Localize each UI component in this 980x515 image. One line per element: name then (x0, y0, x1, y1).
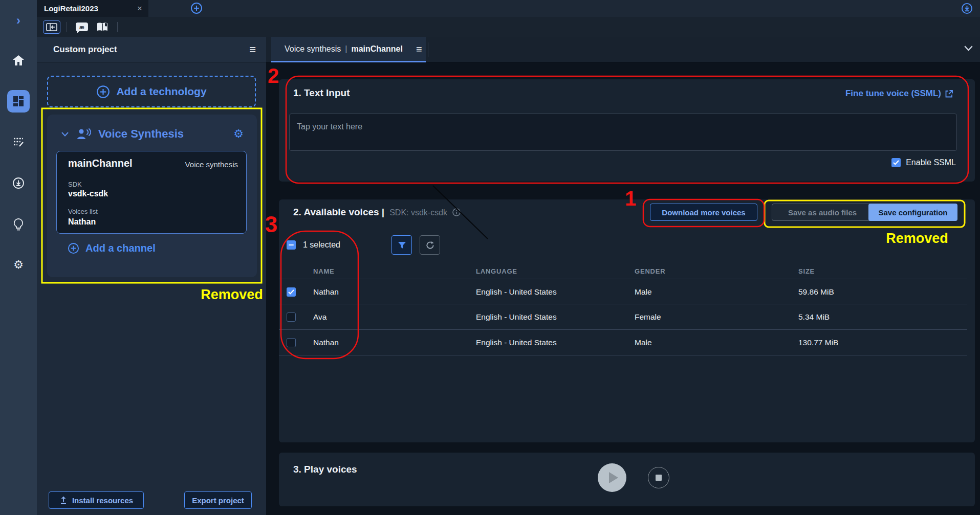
panel-toggle-icon[interactable] (43, 20, 60, 34)
left-icon-rail: › ⚙ (0, 0, 37, 515)
column-header-gender: GENDER (635, 267, 665, 275)
install-resources-button[interactable]: Install resources (49, 491, 144, 509)
enable-ssml-label: Enable SSML (906, 158, 956, 167)
channel-type: Voice synthesis (185, 160, 238, 169)
new-tab-plus-icon[interactable] (190, 2, 203, 14)
external-link-icon (945, 90, 953, 98)
cell-gender: Female (635, 312, 661, 322)
voice-synthesis-header[interactable]: Voice Synthesis ⚙ (47, 124, 257, 144)
lightbulb-icon[interactable] (0, 216, 37, 234)
tab-menu-icon[interactable]: ≡ (416, 44, 422, 54)
install-resources-label: Install resources (72, 496, 133, 505)
project-tab-title: LogiRetail2023 (44, 4, 98, 13)
window-tab-bar: LogiRetail2023 × (37, 0, 980, 17)
cell-language: English - United States (476, 287, 557, 297)
refresh-icon (426, 241, 434, 250)
save-as-audio-files-button[interactable]: Save as audio files (772, 204, 873, 221)
download-more-voices-button[interactable]: Download more voices (650, 204, 757, 221)
save-as-audio-files-label: Save as audio files (788, 208, 857, 217)
documentation-book-icon[interactable] (94, 20, 111, 34)
voices-table-rows: NathanEnglish - United StatesMale59.86 M… (279, 279, 967, 355)
row-checkbox[interactable] (287, 312, 296, 322)
voice-synthesis-tab[interactable]: Voice synthesis | mainChannel ≡ (271, 37, 426, 62)
download-circle-icon[interactable] (0, 174, 37, 192)
cell-name: Nathan (313, 287, 339, 297)
tab-label-separator: | (345, 44, 347, 54)
voices-list-label: Voices list (68, 208, 98, 215)
settings-gear-icon[interactable]: ⚙ (0, 256, 37, 274)
sdk-value: vsdk-csdk (68, 189, 108, 198)
fine-tune-voice-link[interactable]: Fine tune voice (SSML) (845, 88, 953, 99)
channel-card[interactable]: mainChannel Voice synthesis SDK vsdk-csd… (56, 151, 247, 234)
enable-ssml-checkbox[interactable] (891, 158, 901, 167)
stop-button[interactable] (648, 467, 669, 488)
add-channel-button[interactable]: Add a channel (68, 242, 156, 254)
cell-size: 130.77 MiB (798, 338, 838, 347)
row-checkbox[interactable] (287, 338, 296, 347)
panel-menu-icon[interactable]: ≡ (249, 44, 256, 55)
play-voices-section: 3. Play voices (279, 453, 975, 506)
project-tab[interactable]: LogiRetail2023 × (37, 0, 148, 17)
column-header-name: NAME (313, 267, 334, 275)
cell-name: Nathan (313, 338, 339, 347)
info-icon[interactable] (452, 208, 461, 216)
dashboard-icon-active[interactable] (7, 90, 30, 113)
cell-language: English - United States (476, 312, 557, 322)
chevron-down-icon[interactable] (61, 132, 69, 137)
add-technology-button[interactable]: Add a technology (47, 76, 256, 107)
funnel-icon (398, 241, 406, 249)
export-project-button[interactable]: Export project (184, 491, 252, 509)
voices-list-value: Nathan (68, 217, 96, 227)
table-row[interactable]: AvaEnglish - United StatesFemale5.34 MiB (279, 304, 967, 330)
save-configuration-button[interactable]: Save configuration (868, 204, 957, 221)
text-input-section: 1. Text Input Fine tune voice (SSML) Ena… (279, 79, 975, 182)
close-icon[interactable]: × (137, 4, 142, 14)
toolbar-divider (67, 22, 67, 32)
voice-person-icon (77, 128, 91, 140)
table-row[interactable]: NathanEnglish - United StatesMale130.77 … (279, 330, 967, 355)
table-row[interactable]: NathanEnglish - United StatesMale59.86 M… (279, 279, 967, 304)
cell-gender: Male (635, 338, 652, 347)
text-input-textarea[interactable] (289, 114, 957, 151)
cell-name: Ava (313, 312, 326, 322)
play-voices-heading: 3. Play voices (293, 464, 357, 475)
available-voices-heading: 2. Available voices | (293, 207, 384, 218)
add-technology-label: Add a technology (116, 85, 206, 98)
play-icon (609, 472, 618, 483)
cell-language: English - United States (476, 338, 557, 347)
cell-size: 59.86 MiB (798, 287, 834, 297)
toolbar-divider (117, 22, 118, 32)
workspace-tab-strip: Voice synthesis | mainChannel ≡ (266, 37, 980, 62)
section-title: Voice Synthesis (98, 127, 184, 141)
panel-title: Custom project (53, 44, 117, 55)
section-gear-icon[interactable]: ⚙ (233, 128, 244, 140)
home-icon[interactable] (0, 52, 37, 69)
project-panel: Custom project ≡ Add a technology Voice … (37, 37, 266, 515)
selection-summary: 1 selected (287, 240, 340, 250)
collapse-panel-chevron-icon[interactable] (964, 46, 973, 51)
play-button[interactable] (598, 463, 626, 492)
selected-count-label: 1 selected (303, 240, 340, 250)
main-workspace: Voice synthesis | mainChannel ≡ 1. Text … (266, 37, 980, 515)
project-toolbar: æ (37, 17, 980, 37)
fine-tune-label: Fine tune voice (SSML) (845, 88, 941, 99)
select-all-checkbox[interactable] (287, 240, 296, 250)
tab-label-prefix: Voice synthesis (285, 44, 341, 54)
sdk-label: SDK (68, 181, 82, 188)
refresh-button[interactable] (420, 235, 440, 255)
row-checkbox[interactable] (287, 287, 296, 297)
filter-button[interactable] (391, 235, 412, 255)
project-form-icon[interactable] (0, 133, 37, 151)
sdk-note: SDK: vsdk-csdk (389, 208, 447, 217)
phonetics-chat-icon[interactable]: æ (73, 20, 91, 34)
expand-chevron-icon[interactable]: › (0, 12, 37, 29)
tab-strip-divider (428, 42, 428, 57)
voice-synthesis-section: Voice Synthesis ⚙ mainChannel Voice synt… (47, 115, 257, 277)
column-header-size: SIZE (798, 267, 815, 275)
column-header-language: LANGUAGE (476, 267, 517, 275)
download-more-voices-label: Download more voices (662, 208, 745, 217)
app-window: › ⚙ (0, 0, 980, 515)
enable-ssml-row: Enable SSML (891, 158, 956, 167)
global-download-icon[interactable] (961, 3, 973, 14)
cell-size: 5.34 MiB (798, 312, 830, 322)
